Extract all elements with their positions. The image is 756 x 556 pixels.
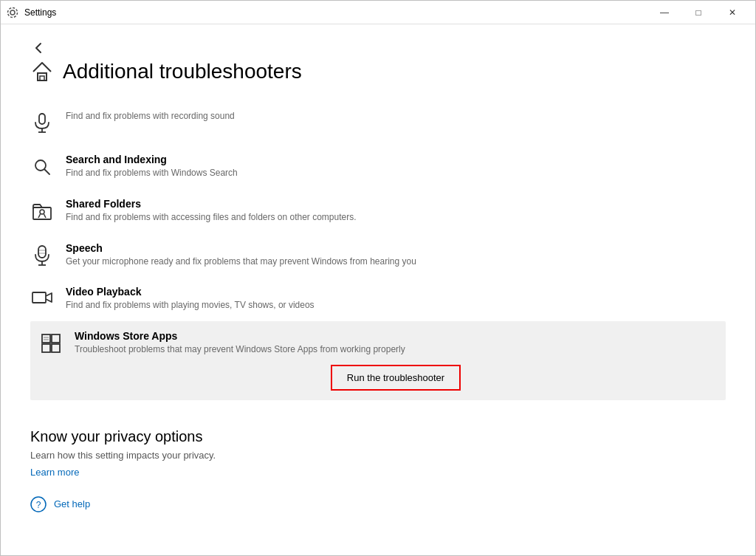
back-arrow-icon	[33, 42, 45, 54]
back-row	[30, 39, 726, 57]
ts-desc-video-playback: Find and fix problems with playing movie…	[66, 299, 726, 312]
ts-name-speech: Speech	[66, 242, 726, 254]
close-button[interactable]: ✕	[715, 1, 749, 24]
main-content: Additional troubleshooters F	[1, 24, 755, 555]
get-help-link[interactable]: Get help	[54, 498, 90, 509]
ts-name-video-playback: Video Playback	[66, 286, 726, 298]
title-bar: Settings — □ ✕	[1, 1, 755, 24]
back-button[interactable]	[30, 39, 48, 57]
ts-name-windows-store: Windows Store Apps	[75, 330, 717, 342]
svg-rect-2	[38, 73, 47, 80]
ts-item-shared-folders[interactable]: Shared Folders Find and fix problems wit…	[30, 189, 726, 233]
svg-point-10	[40, 210, 44, 214]
svg-rect-4	[39, 114, 45, 124]
get-help-section: ? Get help	[30, 496, 726, 512]
svg-rect-21	[42, 344, 50, 352]
svg-point-0	[10, 10, 15, 15]
windows-store-icon	[39, 332, 63, 355]
content-area: Additional troubleshooters F	[1, 24, 755, 555]
maximize-button[interactable]: □	[681, 1, 715, 24]
minimize-button[interactable]: —	[647, 1, 681, 24]
privacy-desc: Learn how this setting impacts your priv…	[30, 450, 726, 461]
title-bar-left: Settings	[7, 7, 56, 18]
troubleshooter-list: Find and fix problems with recording sou…	[30, 101, 726, 400]
microphone-icon	[30, 111, 54, 135]
shared-folders-icon	[30, 199, 54, 223]
svg-text:?: ?	[36, 499, 41, 509]
settings-icon	[7, 7, 18, 18]
ts-text-search-indexing: Search and Indexing Find and fix problem…	[66, 154, 726, 179]
svg-rect-13	[38, 246, 46, 258]
title-bar-controls: — □ ✕	[647, 1, 749, 24]
svg-line-12	[44, 214, 47, 218]
ts-text-recording-audio: Find and fix problems with recording sou…	[66, 110, 726, 123]
learn-more-link[interactable]: Learn more	[30, 467, 79, 478]
ts-desc-shared-folders: Find and fix problems with accessing fil…	[66, 211, 726, 224]
window-title: Settings	[24, 7, 56, 18]
svg-line-11	[38, 214, 41, 218]
ts-name-shared-folders: Shared Folders	[66, 198, 726, 210]
ts-text-video-playback: Video Playback Find and fix problems wit…	[66, 286, 726, 312]
page-header: Additional troubleshooters	[30, 60, 726, 83]
search-icon	[30, 155, 54, 179]
page-title: Additional troubleshooters	[63, 60, 302, 83]
help-bubble-icon: ?	[30, 496, 47, 512]
svg-point-1	[8, 7, 18, 17]
svg-line-8	[45, 170, 50, 175]
ts-item-recording-audio[interactable]: Find and fix problems with recording sou…	[30, 101, 726, 145]
ts-desc-windows-store: Troubleshoot problems that may prevent W…	[75, 343, 717, 356]
speech-icon	[30, 244, 54, 267]
ts-desc-search-indexing: Find and fix problems with Windows Searc…	[66, 167, 726, 179]
ts-text-shared-folders: Shared Folders Find and fix problems wit…	[66, 198, 726, 224]
svg-rect-22	[52, 344, 60, 352]
settings-window: Settings — □ ✕	[0, 0, 756, 556]
privacy-title: Know your privacy options	[30, 428, 726, 445]
privacy-section: Know your privacy options Learn how this…	[30, 421, 726, 478]
ts-item-windows-store[interactable]: Windows Store Apps Troubleshoot problems…	[30, 321, 726, 400]
ts-item-search-indexing[interactable]: Search and Indexing Find and fix problem…	[30, 145, 726, 189]
run-troubleshooter-button[interactable]: Run the troubleshooter	[331, 365, 461, 391]
ts-name-search-indexing: Search and Indexing	[66, 154, 726, 165]
ts-desc-speech: Get your microphone ready and fix proble…	[66, 255, 726, 268]
home-icon	[30, 60, 54, 83]
run-btn-row: Run the troubleshooter	[75, 365, 717, 391]
ts-desc-recording-audio: Find and fix problems with recording sou…	[66, 110, 726, 123]
video-icon	[30, 287, 54, 311]
svg-rect-20	[52, 334, 60, 343]
svg-rect-18	[32, 292, 46, 303]
ts-item-video-playback[interactable]: Video Playback Find and fix problems wit…	[30, 277, 726, 321]
ts-text-speech: Speech Get your microphone ready and fix…	[66, 242, 726, 268]
ts-text-windows-store: Windows Store Apps Troubleshoot problems…	[75, 330, 717, 391]
svg-rect-19	[42, 334, 50, 343]
ts-item-speech[interactable]: Speech Get your microphone ready and fix…	[30, 233, 726, 278]
